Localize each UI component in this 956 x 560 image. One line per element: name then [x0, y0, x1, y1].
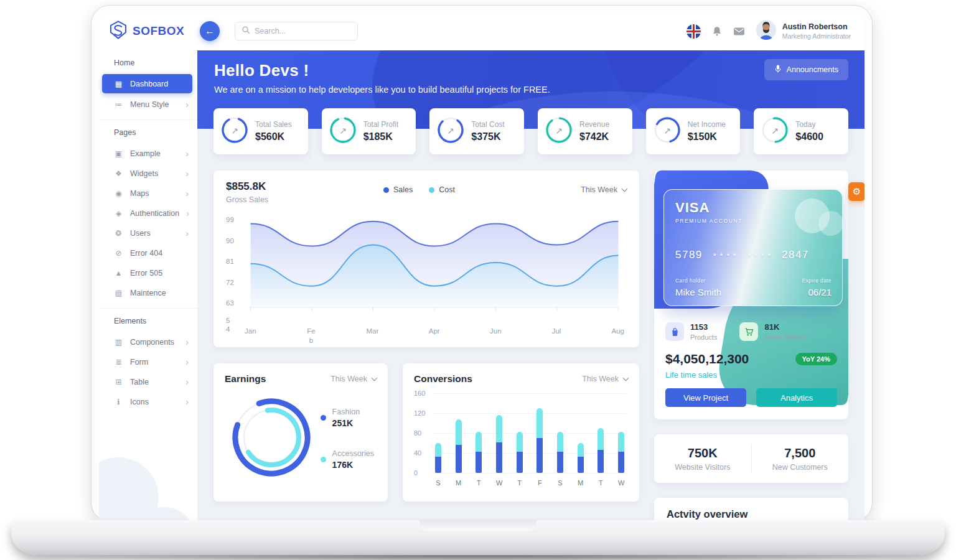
sidebar-item-label: Dashboard [130, 80, 186, 88]
sidebar-item-example[interactable]: ▣Example› [99, 144, 197, 164]
gross-sales-period-dropdown[interactable]: This Week [581, 185, 627, 194]
stat-texts: Revenue$742K [579, 120, 609, 142]
legend-dot [429, 187, 434, 193]
x-axis-labels: JanFe bMarAprJunJulAug [245, 327, 624, 345]
sidebar-item-users[interactable]: ❂Users› [99, 223, 197, 243]
laptop-base [11, 520, 945, 555]
bar-segment-secondary [456, 419, 462, 446]
earnings-period-dropdown[interactable]: This Week [330, 375, 377, 383]
notifications-bell-icon[interactable] [711, 26, 723, 37]
products-value: 1153 [690, 322, 717, 332]
sidebar-item-label: Widgets [130, 169, 179, 178]
conversions-chart: 16012080400SMTWTFSMTW [414, 393, 628, 493]
trend-ring-icon: ↗ [436, 116, 465, 147]
bottom-row: Earnings This Week Fashion251KAccessorie… [213, 363, 639, 502]
user-name: Austin Robertson [782, 22, 851, 31]
chevron-right-icon: › [185, 100, 189, 110]
sidebar-item-icons[interactable]: ℹIcons› [99, 392, 197, 412]
user-role: Marketing Administrator [782, 32, 851, 40]
trend-ring-icon: ↗ [653, 116, 682, 147]
visitors-card: 750K Website Visitors 7,500 New Customer… [654, 434, 848, 483]
sidebar-item-form[interactable]: ≣Form› [99, 352, 197, 372]
bar-segment-secondary [578, 443, 584, 457]
stat-label: Revenue [579, 120, 609, 129]
back-arrow-icon: ← [205, 26, 215, 37]
new-customers-label: New Customers [772, 463, 828, 472]
view-project-button[interactable]: View Project [665, 388, 746, 407]
lifetime-sales-total: $4,050,12,300 [665, 352, 749, 366]
bar-segment-primary [496, 442, 502, 473]
bar-segment-secondary [496, 415, 502, 442]
x-axis-tick: M [456, 479, 462, 487]
left-column: $855.8K Gross Sales SalesCost This Week … [213, 170, 639, 502]
user-menu[interactable]: Austin Robertson Marketing Administrator [756, 19, 851, 43]
sidebar-item-maps[interactable]: ◉Maps› [99, 184, 197, 203]
sidebar-item-authentication[interactable]: ◈Authentication› [99, 203, 197, 223]
earnings-legend-item-fashion: Fashion251K [321, 408, 374, 428]
search-input[interactable] [255, 27, 351, 35]
period-label: This Week [330, 375, 367, 383]
stat-card-total-cost: ↗Total Cost$375K [429, 108, 524, 154]
error-505-icon: ▲ [114, 269, 123, 278]
example-icon: ▣ [114, 149, 123, 158]
x-axis-tick: Jan [245, 327, 256, 345]
sidebar-item-error-505[interactable]: ▲Error 505 [99, 263, 197, 283]
announcements-button[interactable]: Announcments [764, 59, 848, 80]
sidebar-item-error-404[interactable]: ⊘Error 404 [99, 243, 197, 263]
trend-ring-icon: ↗ [761, 116, 789, 147]
sidebar-item-menu-style[interactable]: ≔Menu Style› [99, 95, 197, 114]
sidebar-item-label: Icons [130, 398, 179, 406]
menu-style-icon: ≔ [114, 100, 123, 109]
products-stat: 1153 Products [665, 322, 717, 341]
sidebar-section-label: Home [99, 53, 197, 74]
settings-gear-button[interactable]: ⚙ [848, 182, 865, 201]
y-axis-tick: 81 [226, 257, 234, 266]
card-number-masked: * * * * [713, 251, 737, 261]
sidebar-item-components[interactable]: ▥Components› [99, 332, 197, 352]
y-axis-tick: 0 [414, 469, 429, 477]
analytics-button[interactable]: Analytics [756, 388, 837, 407]
svg-text:↗: ↗ [339, 126, 347, 136]
legend-label: Cost [439, 185, 455, 194]
svg-text:↗: ↗ [447, 126, 454, 136]
chevron-right-icon: › [185, 357, 189, 367]
y-axis-tick: 160 [414, 390, 429, 397]
y-axis-tick: 63 [226, 299, 234, 307]
language-flag-icon[interactable] [687, 24, 701, 39]
credit-card: VISA PREMIUM ACCOUNT 5789 * * * * * * * … [663, 189, 843, 306]
messages-mail-icon[interactable] [733, 27, 745, 36]
laptop-screen: SOFBOX ← [91, 5, 873, 521]
components-icon: ▥ [114, 338, 123, 347]
stat-card-revenue: ↗Revenue$742K [538, 108, 632, 154]
conversions-card: Conversions This Week 16012080400SMTWTFS… [403, 363, 639, 502]
activity-overview-title: Actvity overview [667, 508, 836, 520]
chevron-down-icon [622, 185, 628, 192]
conversions-title: Conversions [414, 373, 472, 385]
stat-texts: Total Cost$375K [471, 120, 504, 142]
stat-label: Total Profit [363, 120, 399, 129]
earnings-item-value: 251K [332, 418, 360, 428]
conversions-period-dropdown[interactable]: This Week [582, 375, 628, 383]
bar-f-5 [537, 408, 543, 473]
sidebar-item-table[interactable]: ⊞Table› [99, 372, 197, 392]
card-holder-label: Card holder [675, 278, 721, 284]
users-icon: ❂ [114, 229, 123, 238]
x-axis-tick: T [517, 479, 523, 487]
sidebar-item-label: Form [130, 358, 179, 366]
search-box[interactable] [235, 22, 358, 40]
bar-w-9 [618, 432, 624, 473]
earnings-legend-text: Fashion251K [332, 408, 360, 428]
x-axis-tick: W [618, 479, 624, 487]
sidebar-item-maintence[interactable]: ▤Maintence [99, 283, 197, 303]
earnings-legend-item-accessories: Accessories176K [321, 449, 374, 470]
banner-subtitle: We are on a mission to help developers l… [214, 85, 865, 95]
app-window: SOFBOX ← [99, 12, 865, 521]
gross-sales-card: $855.8K Gross Sales SalesCost This Week … [213, 170, 639, 347]
announcements-label: Announcments [787, 65, 838, 74]
bar-segment-primary [578, 457, 584, 473]
sidebar-item-dashboard[interactable]: ▦Dashboard [102, 74, 192, 93]
collapse-sidebar-button[interactable]: ← [200, 21, 220, 41]
earnings-legend: Fashion251KAccessories176K [321, 408, 374, 470]
card-account-type: PREMIUM ACCOUNT [675, 218, 831, 224]
sidebar-item-widgets[interactable]: ❖Widgets› [99, 164, 197, 184]
